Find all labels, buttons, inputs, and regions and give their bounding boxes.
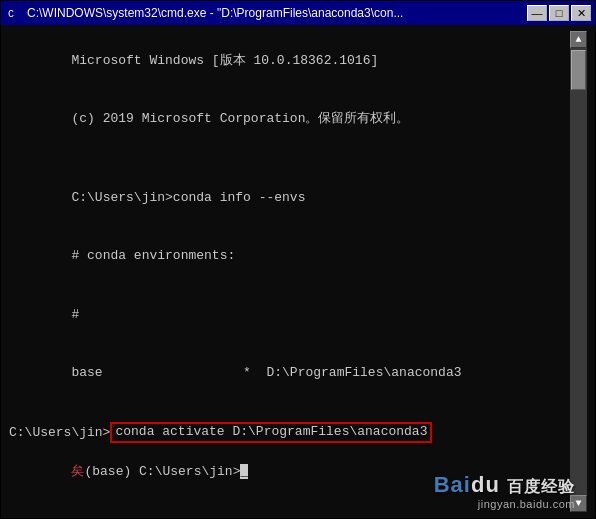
cmd-icon: C <box>5 5 21 21</box>
cursor-char: _ <box>240 464 248 479</box>
console-text-4: # conda environments: <box>71 248 235 263</box>
console-line-2: (c) 2019 Microsoft Corporation。保留所有权利。 <box>9 90 570 149</box>
baidu-logo-text: Bai <box>434 472 471 497</box>
minimize-button[interactable]: — <box>527 5 547 21</box>
console-line-1: Microsoft Windows [版本 10.0.18362.1016] <box>9 31 570 90</box>
watermark-url: jingyan.baidu.com <box>478 498 575 510</box>
baidu-jingyan: 百度经验 <box>507 478 575 495</box>
console-line-command: C:\Users\jin>conda activate D:\ProgramFi… <box>9 422 570 443</box>
scrollbar[interactable]: ▲ ▼ <box>570 31 587 512</box>
title-bar-left: C C:\WINDOWS\system32\cmd.exe - "D:\Prog… <box>5 5 403 21</box>
arrow-char: 矣 <box>71 464 84 479</box>
command-text: conda activate D:\ProgramFiles\anaconda3 <box>115 424 427 439</box>
svg-text:C: C <box>8 9 14 20</box>
console-text-1: Microsoft Windows [版本 10.0.18362.1016] <box>71 53 378 68</box>
command-highlight-box: conda activate D:\ProgramFiles\anaconda3 <box>110 422 432 443</box>
console-text-3: C:\Users\jin>conda info --envs <box>71 190 305 205</box>
console-text-6: base * D:\ProgramFiles\anaconda3 <box>71 365 461 380</box>
console-line-header: # conda environments: <box>9 227 570 286</box>
cmd-window: C C:\WINDOWS\system32\cmd.exe - "D:\Prog… <box>0 0 596 519</box>
scrollbar-thumb[interactable] <box>571 50 586 90</box>
close-button[interactable]: ✕ <box>571 5 591 21</box>
console-text-5: # <box>71 307 79 322</box>
watermark-logo: Baidu 百度经验 <box>434 472 575 498</box>
watermark: Baidu 百度经验 jingyan.baidu.com <box>434 472 575 510</box>
result-prompt: (base) C:\Users\jin> <box>84 464 240 479</box>
title-bar-controls: — □ ✕ <box>527 5 591 21</box>
console-line-empty1 <box>9 148 570 168</box>
scrollbar-up-button[interactable]: ▲ <box>570 31 587 48</box>
baidu-logo-du: du <box>471 472 500 497</box>
console-content: Microsoft Windows [版本 10.0.18362.1016] (… <box>9 31 570 512</box>
console-line-empty2 <box>9 402 570 422</box>
maximize-button[interactable]: □ <box>549 5 569 21</box>
command-prompt: C:\Users\jin> <box>9 423 110 443</box>
title-bar: C C:\WINDOWS\system32\cmd.exe - "D:\Prog… <box>1 1 595 25</box>
console-line-hash: # <box>9 285 570 344</box>
console-line-conda-info: C:\Users\jin>conda info --envs <box>9 168 570 227</box>
console-area: Microsoft Windows [版本 10.0.18362.1016] (… <box>1 25 595 518</box>
window-title: C:\WINDOWS\system32\cmd.exe - "D:\Progra… <box>27 6 403 20</box>
console-line-base: base * D:\ProgramFiles\anaconda3 <box>9 344 570 403</box>
console-text-2: (c) 2019 Microsoft Corporation。保留所有权利。 <box>71 111 409 126</box>
